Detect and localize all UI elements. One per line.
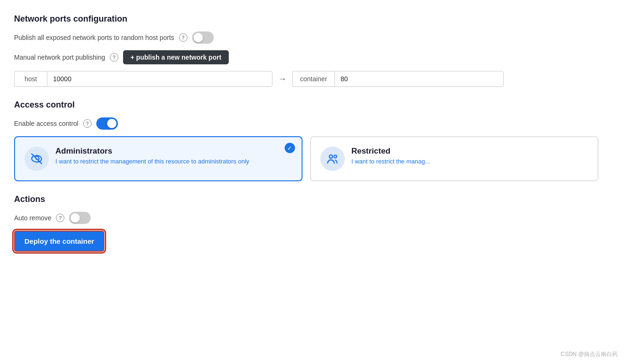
auto-remove-row: Auto remove ? [14, 212, 615, 224]
deploy-row: Deploy the container [14, 231, 615, 252]
expose-label: Publish all exposed network ports to ran… [14, 34, 174, 41]
enable-access-toggle[interactable] [96, 117, 118, 130]
access-cards-container: Administrators I want to restrict the ma… [14, 136, 615, 181]
restricted-card[interactable]: Restricted I want to restrict the manag.… [310, 136, 598, 181]
auto-remove-label: Auto remove [14, 214, 51, 222]
group-icon [326, 152, 339, 165]
manual-port-help-icon[interactable]: ? [110, 53, 118, 62]
administrators-card-text: Administrators I want to restrict the ma… [55, 147, 249, 165]
auto-remove-slider [69, 212, 91, 224]
host-port-input[interactable] [47, 71, 272, 87]
deploy-container-button[interactable]: Deploy the container [14, 231, 104, 252]
expose-slider [192, 31, 214, 44]
container-label: container [292, 71, 334, 87]
administrators-card-desc: I want to restrict the management of thi… [55, 158, 249, 165]
access-control-title: Access control [14, 100, 615, 110]
network-ports-title: Network ports configuration [14, 14, 615, 24]
auto-remove-help-icon[interactable]: ? [56, 214, 64, 222]
administrators-card-title: Administrators [55, 147, 249, 156]
host-label: host [14, 71, 47, 87]
administrators-check-icon: ✓ [285, 143, 295, 153]
arrow-icon: → [278, 74, 287, 84]
restricted-card-desc: I want to restrict the manag... [351, 158, 430, 165]
manual-port-row: Manual network port publishing ? + publi… [14, 50, 615, 64]
restricted-card-text: Restricted I want to restrict the manag.… [351, 147, 430, 165]
expose-help-icon[interactable]: ? [179, 33, 187, 42]
no-eye-icon [30, 152, 43, 165]
svg-point-0 [329, 155, 333, 158]
publish-new-port-button[interactable]: + publish a new network port [123, 50, 229, 64]
port-mapping-row: host → container [14, 71, 615, 87]
network-ports-section: Network ports configuration Publish all … [14, 14, 615, 87]
restricted-card-title: Restricted [351, 147, 430, 156]
restricted-icon-wrap [320, 147, 345, 171]
container-port-input[interactable] [334, 71, 504, 87]
actions-title: Actions [14, 194, 615, 204]
actions-section: Actions Auto remove ? Deploy the contain… [14, 194, 615, 252]
enable-access-label: Enable access control [14, 120, 78, 127]
enable-access-row: Enable access control ? [14, 117, 615, 130]
watermark: CSDN @搞点云南白药 [560, 350, 618, 358]
enable-access-slider [96, 117, 118, 130]
enable-access-help-icon[interactable]: ? [83, 119, 92, 128]
expose-row: Publish all exposed network ports to ran… [14, 31, 615, 44]
expose-toggle[interactable] [192, 31, 214, 44]
administrators-card[interactable]: Administrators I want to restrict the ma… [14, 136, 303, 181]
access-control-section: Access control Enable access control ? A… [14, 100, 615, 181]
svg-point-1 [334, 155, 337, 158]
administrators-icon-wrap [24, 147, 49, 171]
manual-port-label: Manual network port publishing [14, 54, 105, 61]
auto-remove-toggle[interactable] [69, 212, 91, 224]
